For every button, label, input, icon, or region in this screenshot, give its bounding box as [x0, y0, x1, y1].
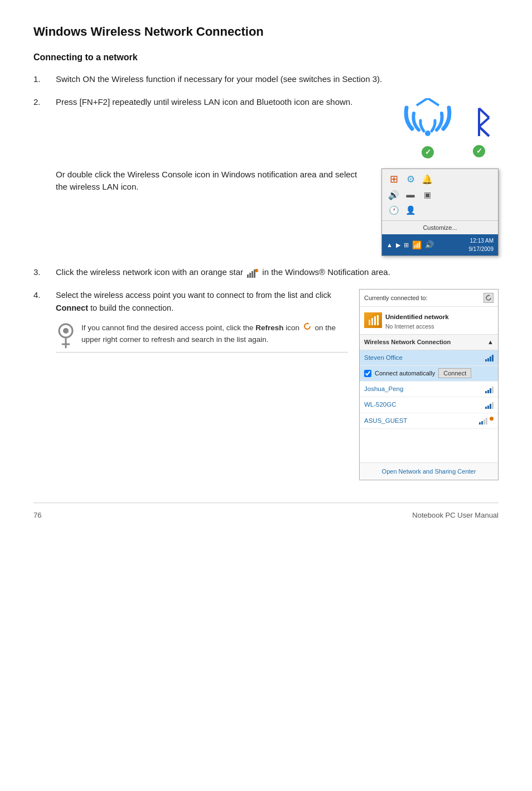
wireless-lan-icon: ✓: [403, 98, 453, 158]
tip-box: If you cannot find the desired access po…: [56, 322, 348, 353]
wifi-svg: [403, 98, 453, 143]
svg-rect-12: [247, 274, 249, 278]
connect-row: Connect automatically Connect: [360, 366, 498, 382]
wl520gc-signal: [485, 401, 494, 409]
bt-check-badge: ✓: [473, 145, 485, 157]
svg-line-2: [428, 98, 439, 105]
console-icon-6: ▣: [421, 189, 433, 201]
console-icon-8: 👤: [404, 205, 417, 217]
svg-marker-22: [489, 295, 490, 296]
wifi-check-badge: ✓: [422, 146, 434, 158]
footer-title: Notebook PC User Manual: [412, 510, 499, 521]
svg-rect-13: [249, 273, 251, 278]
svg-point-16: [255, 269, 258, 272]
np-header: Currently connected to:: [360, 290, 498, 307]
console-icon-2: ⚙: [404, 173, 417, 186]
bluetooth-icon: ✓: [460, 103, 499, 158]
network-item-joshua[interactable]: Joshua_Peng: [360, 382, 498, 397]
page-footer: 76 Notebook PC User Manual: [33, 503, 499, 521]
svg-line-9: [479, 118, 489, 127]
svg-marker-21: [307, 322, 309, 324]
network-item-steven-office[interactable]: Steven Office: [360, 350, 498, 382]
np-current-network: Unidentified network No Internet access: [360, 307, 498, 335]
step-4-num: 4.: [33, 289, 50, 480]
console-popup: ⊞ ⚙ 🔔 🔊 ▬ ▣ 🕐 👤: [381, 168, 499, 257]
connect-auto-checkbox[interactable]: [364, 370, 371, 377]
wireless-icons: ✓: [403, 98, 499, 158]
footer-page-num: 76: [33, 510, 41, 521]
svg-line-11: [479, 127, 489, 136]
step-2-text: Press [FN+F2] repeatedly until wireless …: [56, 97, 352, 107]
svg-rect-14: [252, 271, 253, 278]
step-4: 4. Select the wireless access point you …: [33, 289, 499, 480]
connect-auto-label: Connect automatically: [375, 369, 435, 378]
np-section-header: Wireless Network Connection ▲: [360, 335, 498, 350]
console-icon-1: ⊞: [388, 173, 400, 186]
step-3: 3. Click the wireless network icon with …: [33, 266, 499, 279]
step-1-num: 1.: [33, 73, 50, 86]
step-2-num: 2.: [33, 96, 50, 257]
network-item-wl520gc[interactable]: WL-520GC: [360, 397, 498, 413]
console-time: 12:13 AM 9/17/2009: [469, 237, 494, 253]
svg-point-18: [63, 328, 69, 334]
unidentified-sub: No Internet access: [385, 322, 449, 331]
step-2: 2. Press [FN+F2] repeatedly until wirele…: [33, 96, 499, 257]
svg-rect-23: [369, 320, 370, 325]
joshua-signal: [485, 385, 494, 393]
svg-rect-26: [377, 315, 379, 325]
step-2-or-text: Or double click the Wireless Console ico…: [56, 168, 370, 194]
step-3-text: Click the wireless network icon with an …: [56, 267, 243, 277]
svg-rect-24: [371, 318, 373, 325]
network-panel: Currently connected to:: [359, 289, 499, 480]
step-1: 1. Switch ON the Wireless function if ne…: [33, 73, 499, 86]
steven-office-signal: [485, 354, 494, 361]
unidentified-name: Unidentified network: [385, 312, 449, 322]
console-icon-3: 🔔: [421, 173, 433, 186]
section-subtitle: Connecting to a network: [33, 51, 499, 64]
network-item-asus-guest[interactable]: ASUS_GUEST: [360, 413, 498, 429]
refresh-icon-inline: [303, 322, 312, 334]
np-footer[interactable]: Open Network and Sharing Center: [360, 462, 498, 480]
step-4-text: Select the wireless access point you wan…: [56, 289, 348, 315]
page-title: Windows Wireless Network Connection: [33, 22, 499, 41]
np-spacer: [360, 429, 498, 462]
console-taskbar: ▲ ▶ ⊞ 📶 🔊 12:13 AM 9/17/2009: [382, 234, 498, 255]
orange-star-wifi-icon: [247, 267, 258, 279]
unidentified-net-icon: [364, 312, 382, 328]
tip-icon: [56, 322, 76, 342]
step-3-text2: in the Windows® Notification area.: [262, 267, 390, 277]
console-icon-5: ▬: [404, 189, 417, 201]
console-icon-4: 🔊: [388, 189, 400, 201]
np-refresh-btn[interactable]: [483, 293, 494, 303]
svg-line-8: [479, 108, 489, 118]
console-icon-7: 🕐: [388, 205, 400, 217]
svg-point-0: [425, 131, 431, 136]
svg-rect-25: [374, 316, 376, 325]
step-3-num: 3.: [33, 266, 50, 279]
step-1-text: Switch ON the Wireless function if neces…: [56, 74, 382, 84]
asus-guest-signal: [479, 417, 494, 425]
tip-text: If you cannot find the desired access po…: [81, 322, 348, 346]
connect-button[interactable]: Connect: [438, 368, 471, 378]
console-customize-label: Customize...: [382, 220, 498, 235]
svg-line-1: [417, 98, 428, 105]
